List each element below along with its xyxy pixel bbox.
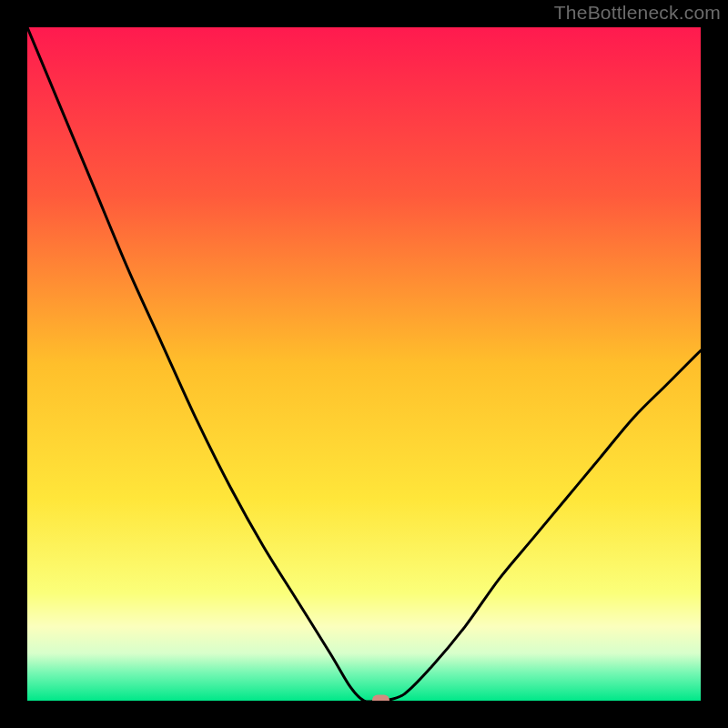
markers-group (372, 695, 389, 702)
chart-container: TheBottleneck.com (0, 0, 728, 728)
optimal-point-marker (372, 695, 389, 702)
gradient-background (27, 27, 701, 701)
plot-area (27, 27, 701, 701)
bottleneck-chart (27, 27, 701, 701)
watermark-text: TheBottleneck.com (554, 2, 721, 24)
